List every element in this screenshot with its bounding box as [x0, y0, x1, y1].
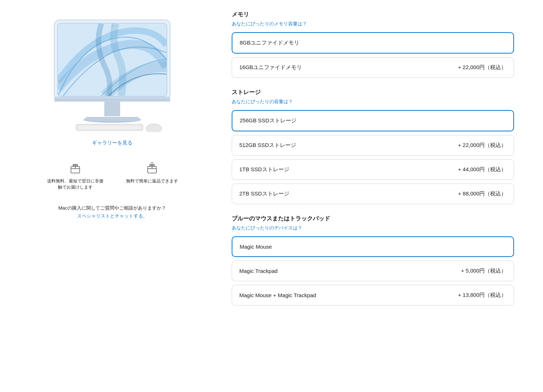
option-card-mou1[interactable]: Magic Mouse	[232, 236, 514, 257]
return-text: 無料で簡単に返品できます	[126, 178, 178, 184]
storage-subtitle-link[interactable]: あなたにぴったりの容量は？	[232, 98, 514, 105]
features-row: 送料無料、最短で翌日に非接触でお届けします 無料で簡単に返品できます	[46, 161, 178, 190]
mouse-subtitle-link[interactable]: あなたにぴったりのデバイスは？	[232, 225, 514, 231]
return-icon	[145, 161, 159, 175]
option-label-sto1: 256GB SSDストレージ	[240, 117, 296, 124]
option-label-mem2: 16GBユニファイドメモリ	[239, 64, 302, 71]
svg-point-5	[111, 25, 113, 27]
option-price-sto3: + 44,000円（税込）	[458, 166, 506, 173]
memory-title: メモリ	[232, 11, 514, 18]
gallery-link[interactable]: ギャラリーを見る	[92, 140, 132, 146]
imac-image	[40, 14, 185, 134]
option-price-sto4: + 88,000円（税込）	[458, 190, 506, 197]
option-label-sto4: 2TB SSDストレージ	[239, 190, 289, 197]
option-card-sto2[interactable]: 512GB SSDストレージ+ 22,000円（税込）	[232, 135, 514, 156]
option-price-mou3: + 13,800円（税込）	[458, 292, 506, 299]
svg-rect-7	[54, 99, 170, 101]
option-label-mou1: Magic Mouse	[240, 244, 272, 250]
left-panel: ギャラリーを見る 送料無料、最短で翌日に非接触でお届けします	[0, 7, 224, 385]
mouse-title: ブルーのマウスまたはトラックパッド	[232, 215, 514, 223]
option-card-sto4[interactable]: 2TB SSDストレージ+ 88,000円（税込）	[232, 184, 514, 204]
storage-section: ストレージ あなたにぴったりの容量は？ 256GB SSDストレージ512GB …	[232, 89, 514, 204]
shipping-icon	[68, 161, 83, 175]
mouse-section: ブルーのマウスまたはトラックパッド あなたにぴったりのデバイスは？ Magic …	[232, 215, 514, 305]
chat-question: Macの購入に関してご質問やご相談がありますか？	[58, 205, 166, 211]
option-label-sto2: 512GB SSDストレージ	[239, 142, 296, 149]
option-label-mou2: Magic Trackpad	[239, 268, 278, 274]
option-label-mou3: Magic Mouse + Magic Trackpad	[239, 292, 316, 298]
option-price-mem2: + 22,000円（税込）	[458, 64, 506, 71]
option-card-mou2[interactable]: Magic Trackpad+ 5,000円（税込）	[232, 261, 514, 281]
feature-shipping: 送料無料、最短で翌日に非接触でお届けします	[46, 161, 104, 190]
memory-options: 8GBユニファイドメモリ16GBユニファイドメモリ+ 22,000円（税込）	[232, 32, 514, 78]
shipping-text: 送料無料、最短で翌日に非接触でお届けします	[46, 178, 104, 190]
svg-rect-8	[104, 102, 120, 116]
option-card-sto1[interactable]: 256GB SSDストレージ	[232, 110, 514, 131]
option-card-mem1[interactable]: 8GBユニファイドメモリ	[232, 32, 514, 54]
option-price-sto2: + 22,000円（税込）	[458, 142, 506, 149]
storage-options: 256GB SSDストレージ512GB SSDストレージ+ 22,000円（税込…	[232, 110, 514, 204]
feature-return: 無料で簡単に返品できます	[126, 161, 178, 190]
option-label-sto3: 1TB SSDストレージ	[239, 166, 289, 173]
option-card-mou3[interactable]: Magic Mouse + Magic Trackpad+ 13,800円（税込…	[232, 285, 514, 305]
memory-section: メモリ あなたにぴったりのメモリ容量は？ 8GBユニファイドメモリ16GBユニフ…	[232, 11, 514, 78]
option-price-mou2: + 5,000円（税込）	[461, 267, 506, 274]
storage-title: ストレージ	[232, 89, 514, 96]
chat-section: Macの購入に関してご質問やご相談がありますか？ スペシャリストとチャットする。	[58, 205, 166, 219]
memory-subtitle-link[interactable]: あなたにぴったりのメモリ容量は？	[232, 21, 514, 27]
right-panel: メモリ あなたにぴったりのメモリ容量は？ 8GBユニファイドメモリ16GBユニフ…	[224, 7, 543, 385]
mouse-options: Magic MouseMagic Trackpad+ 5,000円（税込）Mag…	[232, 236, 514, 305]
option-card-sto3[interactable]: 1TB SSDストレージ+ 44,000円（税込）	[232, 159, 514, 180]
option-card-mem2[interactable]: 16GBユニファイドメモリ+ 22,000円（税込）	[232, 57, 514, 78]
option-label-mem1: 8GBユニファイドメモリ	[240, 39, 299, 46]
chat-link[interactable]: スペシャリストとチャットする。	[77, 213, 148, 219]
svg-rect-12	[78, 126, 141, 129]
svg-rect-10	[85, 117, 139, 121]
